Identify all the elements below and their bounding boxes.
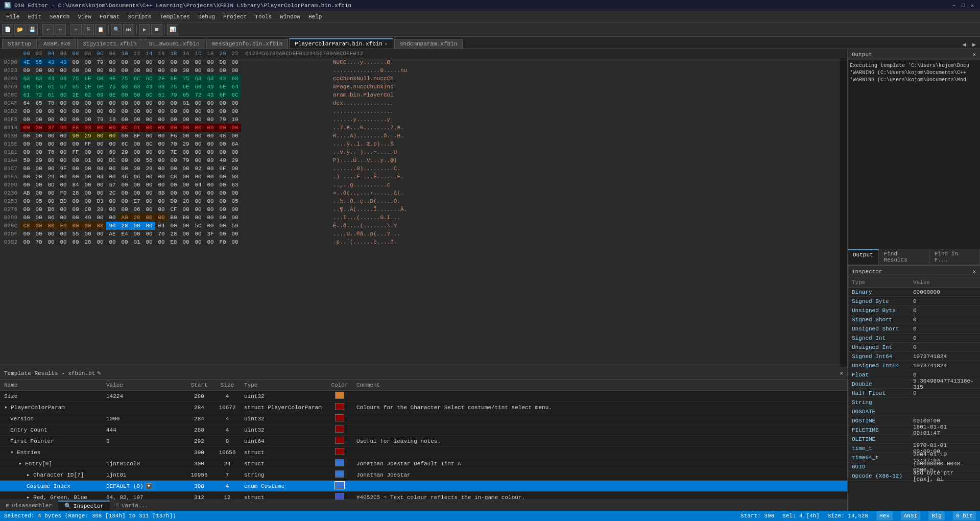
bottom-tab-inspector[interactable]: 🔍 Inspector [58, 501, 110, 510]
menu-view[interactable]: View [74, 13, 95, 21]
menu-file[interactable]: File [2, 13, 23, 21]
toolbar-findnext[interactable]: ⏭ [123, 24, 134, 35]
hex-row-02df[interactable]: 02DF 00000000 550000AE E4000070 2800003F… [0, 230, 840, 238]
menu-help[interactable]: Help [304, 13, 326, 21]
menu-window[interactable]: Window [276, 13, 304, 21]
hex-row-00af[interactable]: 00AF 64657800 00000000 00000000 00010000… [0, 99, 840, 107]
toolbar-undo[interactable]: ↩ [42, 24, 54, 35]
inspector-row-dosdate[interactable]: DOSDATE [848, 407, 980, 416]
maximize-button[interactable]: □ [960, 2, 967, 9]
menu-search[interactable]: Search [45, 13, 74, 21]
toolbar-chart[interactable]: 📊 [167, 24, 178, 35]
menu-scripts[interactable]: Scripts [124, 13, 155, 21]
inspector-row-unsigned-int[interactable]: Unsigned Int 0 [848, 343, 980, 352]
inspector-row-signed-int[interactable]: Signed Int 0 [848, 334, 980, 343]
hex-row-0230[interactable]: 0230 AB0000F0 2800002C 0000008B 00000000… [0, 189, 840, 197]
hex-row-0253[interactable]: 0253 000500BD 0000D300 00E70000 D0280000… [0, 197, 840, 205]
inspector-row-opcode[interactable]: Opcode (X86-32) add byte ptr [eax], al [848, 471, 980, 481]
hex-row-0000[interactable]: 0000 4E554343 00007900 00000000 00000000… [0, 58, 840, 66]
template-row-rgb[interactable]: ▸ Red, Green, Blue 64, 82, 197 312 12 st… [0, 492, 847, 500]
template-row-costumeindex[interactable]: Costume Index DEFAULT (0) ▼ 308 4 enum C… [0, 481, 847, 492]
inspector-row-string[interactable]: String [848, 398, 980, 407]
toolbar-new[interactable]: 📄 [2, 24, 13, 35]
hex-row-0023[interactable]: 0023 00000000 00000000 00000000 00300000… [0, 66, 840, 75]
menu-tools[interactable]: Tools [251, 13, 276, 21]
toolbar-find[interactable]: 🔍 [111, 24, 122, 35]
menu-edit[interactable]: Edit [23, 13, 45, 21]
menu-templates[interactable]: Templates [156, 13, 194, 21]
hex-row-02bc[interactable]: 02BC C80000F0 00000090 280000B4 00005C00… [0, 222, 840, 230]
inspector-row-signed-short[interactable]: Signed Short 0 [848, 315, 980, 324]
hex-row-01ea[interactable]: 01EA 00202900 00000300 46960000 C8000000… [0, 173, 840, 181]
inspector-row-unsigned-int64[interactable]: Unsigned Int64 1073741824 [848, 361, 980, 370]
hex-row-0302[interactable]: 0302 00700000 60280000 00010000 E8000000… [0, 238, 840, 246]
template-row-version[interactable]: Version 1000 284 4 uint32 [0, 413, 847, 424]
inspector-row-unsigned-byte[interactable]: Unsigned Byte 0 [848, 306, 980, 315]
hex-row-00f5[interactable]: 00F5 00000000 00007919 00000000 00000000… [0, 115, 840, 124]
template-row-entries[interactable]: ▾ Entries 300 10656 struct [0, 447, 847, 458]
hex-rows-container[interactable]: 0000 4E554343 00007900 00000000 00000000… [0, 58, 847, 367]
menu-format[interactable]: Format [95, 13, 124, 21]
toolbar-paste[interactable]: 📋 [95, 24, 106, 35]
minimize-button[interactable]: – [950, 2, 958, 9]
tab-asbr[interactable]: ASBR.exe [38, 39, 76, 49]
toolbar-run-template[interactable]: ▶ [139, 24, 150, 35]
inspector-row-double[interactable]: Double 5.30498947741318e-315 [848, 380, 980, 389]
statusbar-hex-btn[interactable]: Hex [876, 511, 893, 520]
hex-row-01a4[interactable]: 01A4 50290000 000100DC 00005600 00790000… [0, 156, 840, 164]
template-close-icon[interactable]: ✕ [840, 370, 843, 376]
statusbar-ansi-btn[interactable]: ANSI [901, 511, 920, 520]
toolbar-open[interactable]: 📂 [14, 24, 26, 35]
inspector-row-signed-byte[interactable]: Signed Byte 0 [848, 297, 980, 306]
inspector-row-filetime[interactable]: FILETIME 1601-01-01 00:01:47 [848, 425, 980, 435]
bottom-tab-disassembler[interactable]: ⊞ Disassembler [0, 501, 58, 510]
output-tab-findinf[interactable]: Find in F... [929, 249, 980, 265]
tab-bu[interactable]: bu_8wou01.xfbin [144, 39, 205, 49]
hex-row-0069[interactable]: 0069 6B506167 652E6E75 63634368 756E6B49… [0, 83, 840, 91]
dropdown-arrow[interactable]: ▼ [146, 483, 152, 489]
inspector-row-half-float[interactable]: Half Float 0 [848, 389, 980, 398]
tab-startup[interactable]: Startup [2, 39, 37, 49]
toolbar-stop[interactable]: ⏹ [151, 24, 162, 35]
hex-row-0046[interactable]: 0046 63634368 756E6B4E 756C6C2E 6E756363… [0, 75, 840, 83]
template-edit-icon[interactable]: ✎ [97, 369, 101, 377]
template-row-size[interactable]: Size 14224 280 4 uint32 [0, 391, 847, 402]
toolbar-redo[interactable]: ↪ [55, 24, 66, 35]
template-row-entrycount[interactable]: Entry Count 444 288 4 uint32 [0, 424, 847, 436]
tab-3igy[interactable]: 3igy11mot1.xfbin [77, 39, 142, 49]
tab-msginfo[interactable]: messageInfo.bin.xfbin [206, 39, 289, 49]
statusbar-bits-btn[interactable]: 8 bit [953, 511, 976, 520]
hex-row-020d[interactable]: 020D 00000D00 84000067 00000000 00000400… [0, 181, 840, 189]
tab-sndcmn[interactable]: sndcmnparam.xfbin [394, 39, 463, 49]
toolbar-save[interactable]: 💾 [27, 24, 38, 35]
toolbar-cut[interactable]: ✂ [70, 24, 82, 35]
output-tab-findresults[interactable]: Find Results [879, 249, 929, 265]
hex-row-0299[interactable]: 0299 00000600 00490000 A0280000 B0B00000… [0, 214, 840, 222]
tab-nav-right[interactable]: ▶ [970, 41, 978, 49]
hex-row-0118[interactable]: 0118 00003790 E8030000 BC010008 00000000… [0, 124, 840, 132]
hex-row-008c[interactable]: 008C 6172616D 2E62696E 00506C61 79657243… [0, 91, 840, 99]
inspector-row-signed-int64[interactable]: Signed Int64 1073741824 [848, 352, 980, 361]
tab-nav-left[interactable]: ◀ [961, 41, 968, 49]
output-tab-output[interactable]: Output [848, 249, 879, 265]
menu-project[interactable]: Project [219, 13, 251, 21]
bottom-tab-variables[interactable]: ≣ Varia... [110, 501, 154, 510]
tab-playercolor-close[interactable]: ✕ [385, 41, 388, 47]
hex-row-0276[interactable]: 0276 0000B600 00C02800 00060000 CF000000… [0, 205, 840, 214]
statusbar-big-btn[interactable]: Big [928, 511, 945, 520]
close-button[interactable]: ✕ [969, 2, 976, 9]
inspector-close-btn[interactable]: ✕ [972, 268, 976, 275]
hex-row-0181[interactable]: 0181 00007600 FF000060 29000000 7E000000… [0, 148, 840, 156]
inspector-row-unsigned-short[interactable]: Unsigned Short 0 [848, 324, 980, 334]
template-row-playercolorparam[interactable]: ▾ PlayerColorParam 284 10672 struct Play… [0, 402, 847, 413]
template-row-firstpointer[interactable]: First Pointer 8 292 8 uint64 Useful for … [0, 436, 847, 447]
template-row-entry0[interactable]: ▾ Entry[0] 1jnt01col0 300 24 struct Jona… [0, 458, 847, 469]
toolbar-copy[interactable]: ⎘ [83, 24, 94, 35]
menu-debug[interactable]: Debug [194, 13, 219, 21]
inspector-row-binary[interactable]: Binary 00000000 [848, 288, 980, 297]
output-close-btn[interactable]: ✕ [972, 51, 976, 58]
hex-row-013b[interactable]: 013B 00000000 90290000 008F0000 F6000000… [0, 132, 840, 140]
hex-row-015e[interactable]: 015E 00000000 00FF0000 6C008C00 70290000… [0, 140, 840, 148]
template-row-charid[interactable]: ▸ Character ID[7] 1jnt01 10956 7 string … [0, 469, 847, 481]
hex-row-01c7[interactable]: 01C7 0000009F 00009800 00302900 00000200… [0, 164, 840, 173]
